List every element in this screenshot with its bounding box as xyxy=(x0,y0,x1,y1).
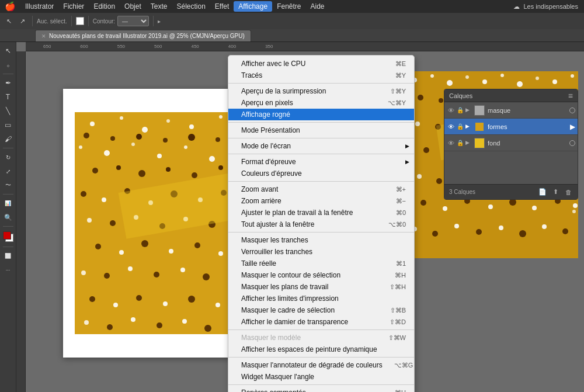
warp-tool-btn[interactable]: 〜 xyxy=(2,179,15,192)
layer-lock-fond[interactable]: 🔒 xyxy=(456,139,464,147)
menu-shortcut-ajuster-plan: ⌘0 xyxy=(384,209,406,217)
menubar-fichier[interactable]: Fichier xyxy=(58,1,89,12)
menu-sep-4 xyxy=(228,154,414,154)
menubar-affichage[interactable]: Affichage xyxy=(234,1,272,12)
menubar-edition[interactable]: Edition xyxy=(89,1,120,12)
menu-item-surimpression[interactable]: Aperçu de la surimpression ⇧⌘Y xyxy=(228,85,414,97)
pen-tool-btn[interactable]: ✒ xyxy=(2,77,15,89)
menu-item-cpu[interactable]: Afficher avec le CPU ⌘E xyxy=(228,58,414,70)
svg-point-80 xyxy=(131,317,135,322)
menu-shortcut-zoom-avant: ⌘+ xyxy=(384,186,406,193)
layer-eye-formes[interactable]: 👁 xyxy=(447,123,455,131)
screen-mode-btn[interactable]: ⬜ xyxy=(2,249,15,262)
menubar-selection[interactable]: Sélection xyxy=(172,1,210,12)
apple-menu[interactable]: 🍎 xyxy=(0,0,20,13)
delete-layer-btn[interactable]: 🗑 xyxy=(564,188,573,197)
fg-color[interactable] xyxy=(3,231,11,240)
menu-item-taille-reelle[interactable]: Taille réelle ⌘1 xyxy=(228,258,414,269)
fill-color[interactable] xyxy=(76,17,84,25)
menu-item-mode-ecran[interactable]: Mode de l'écran xyxy=(228,140,414,152)
menu-item-limites-impression[interactable]: Afficher les limites d'impression xyxy=(228,293,414,304)
layer-row-fond[interactable]: 👁 🔒 ▶ fond xyxy=(444,135,578,151)
direct-select-btn[interactable]: ⬦ xyxy=(2,58,15,71)
menu-item-mode-pres[interactable]: Mode Présentation xyxy=(228,124,414,136)
menu-item-masquer-tranches[interactable]: Masquer les tranches xyxy=(228,234,414,246)
menu-item-widget-angle[interactable]: Widget Masquer l'angle xyxy=(228,371,414,383)
layer-row-masque[interactable]: 👁 🔒 ▶ masque xyxy=(444,102,578,119)
menubar-fenetre[interactable]: Fenêtre xyxy=(272,1,305,12)
menu-label-verrouiller-tranches: Verrouiller les tranches xyxy=(241,248,312,256)
menu-item-masquer-contour[interactable]: Masquer le contour de sélection ⌘H xyxy=(228,269,414,281)
svg-point-125 xyxy=(436,178,442,184)
menubar-illustrator[interactable]: Illustrator xyxy=(20,1,58,12)
direct-select-tool[interactable]: ↗ xyxy=(17,16,28,26)
layer-row-formes[interactable]: 👁 🔒 ▶ formes ▶ xyxy=(444,119,578,135)
menu-sep-1 xyxy=(228,83,414,84)
contour-select[interactable]: — 0.5 pt 1 pt xyxy=(117,16,149,26)
eyedropper-btn[interactable]: 🔍 xyxy=(2,211,15,224)
menu-item-ajuster-plan[interactable]: Ajuster le plan de travail à la fenêtre … xyxy=(228,207,414,218)
svg-point-2 xyxy=(120,116,123,120)
menu-label-surimpression: Aperçu de la surimpression xyxy=(241,87,326,95)
select-tool[interactable]: ↖ xyxy=(4,16,15,26)
menu-item-pixels[interactable]: Aperçu en pixels ⌥⌘Y xyxy=(228,97,414,109)
layer-expand-formes[interactable]: ▶ xyxy=(465,123,472,130)
menu-item-format-epreuve[interactable]: Format d'épreuve xyxy=(228,156,414,168)
calques-panel: Calques ≡ 👁 🔒 ▶ masque 👁 🔒 ▶ xyxy=(444,89,578,200)
more-tools-btn[interactable]: ··· xyxy=(2,263,15,276)
menubar-right: ☁ Les indispensables xyxy=(513,3,584,11)
menu-item-reperes-commentes[interactable]: Repères commentés ⌘U xyxy=(228,387,414,392)
type-tool-btn[interactable]: T xyxy=(2,91,15,103)
menubar-objet[interactable]: Objet xyxy=(120,1,146,12)
tab-close-icon[interactable]: ✕ xyxy=(41,33,46,39)
layer-expand-masque[interactable]: ▶ xyxy=(465,107,472,114)
menu-item-peinture-dynamique[interactable]: Afficher les espaces de peinture dynamiq… xyxy=(228,344,414,355)
scale-tool-btn[interactable]: ⤢ xyxy=(2,165,15,178)
menu-label-mode-pres: Mode Présentation xyxy=(241,126,300,134)
menu-shortcut-masquer-contour: ⌘H xyxy=(383,272,406,279)
svg-point-99 xyxy=(439,98,443,103)
menubar-aide[interactable]: Aide xyxy=(305,1,329,12)
menu-item-affichage-rogne[interactable]: Affichage rogné xyxy=(228,109,414,120)
menu-item-zoom-arriere[interactable]: Zoom arrière ⌘− xyxy=(228,195,414,207)
move-layer-btn[interactable]: ⬆ xyxy=(551,188,560,197)
menubar-effet[interactable]: Effet xyxy=(210,1,234,12)
svg-point-92 xyxy=(482,79,487,84)
menu-item-masquer-cadre[interactable]: Masquer le cadre de sélection ⇧⌘B xyxy=(228,304,414,316)
svg-point-72 xyxy=(136,295,142,301)
graph-tool-btn[interactable]: 📊 xyxy=(2,197,15,210)
menu-item-annotateur[interactable]: Masquer l'annotateur de dégradé de coule… xyxy=(228,359,414,371)
color-swatches[interactable] xyxy=(3,231,13,242)
svg-point-62 xyxy=(104,273,110,279)
layer-expand-fond[interactable]: ▶ xyxy=(465,140,472,147)
layer-lock-masque[interactable]: 🔒 xyxy=(456,106,464,115)
menubar-texte[interactable]: Texte xyxy=(146,1,172,12)
menu-label-taille-reelle: Taille réelle xyxy=(241,259,276,268)
selection-tool-btn[interactable]: ↖ xyxy=(2,44,15,57)
line-tool-btn[interactable]: ╲ xyxy=(2,105,15,117)
menu-item-couleurs-epreuve[interactable]: Couleurs d'épreuve xyxy=(228,168,414,179)
menu-item-tout-ajuster[interactable]: Tout ajuster à la fenêtre ⌥⌘0 xyxy=(228,218,414,230)
layer-eye-masque[interactable]: 👁 xyxy=(447,106,455,115)
rotate-tool-btn[interactable]: ↻ xyxy=(2,151,15,164)
document-tab[interactable]: ✕ Nouveautés plans de travail Illustrato… xyxy=(35,30,251,41)
menu-item-zoom-avant[interactable]: Zoom avant ⌘+ xyxy=(228,183,414,195)
new-layer-btn[interactable]: 📄 xyxy=(538,188,547,197)
menu-shortcut-annotateur: ⌥⌘G xyxy=(383,362,413,369)
calques-body: 👁 🔒 ▶ masque 👁 🔒 ▶ formes ▶ xyxy=(444,102,578,184)
layer-lock-formes[interactable]: 🔒 xyxy=(456,123,464,131)
svg-point-74 xyxy=(188,296,195,303)
layer-eye-fond[interactable]: 👁 xyxy=(447,139,455,147)
left-toolbar: ↖ ⬦ ✒ T ╲ ▭ 🖌 ↻ ⤢ 〜 📊 🔍 ⬜ ··· xyxy=(0,42,16,392)
calques-collapse-icon[interactable]: ≡ xyxy=(568,91,573,100)
tabstrip: ✕ Nouveautés plans de travail Illustrato… xyxy=(0,29,584,42)
menu-item-masquer-plans[interactable]: Masquer les plans de travail ⇧⌘H xyxy=(228,281,414,293)
menu-item-traces[interactable]: Tracés ⌘Y xyxy=(228,70,414,81)
svg-point-89 xyxy=(430,74,434,78)
menu-item-damier[interactable]: Afficher le damier de transparence ⇧⌘D xyxy=(228,316,414,328)
shape-tool-btn[interactable]: ▭ xyxy=(2,119,15,131)
calques-title: Calques xyxy=(449,92,472,99)
brush-tool-btn[interactable]: 🖌 xyxy=(2,133,15,145)
svg-point-106 xyxy=(415,122,420,126)
menu-item-verrouiller-tranches[interactable]: Verrouiller les tranches xyxy=(228,246,414,258)
